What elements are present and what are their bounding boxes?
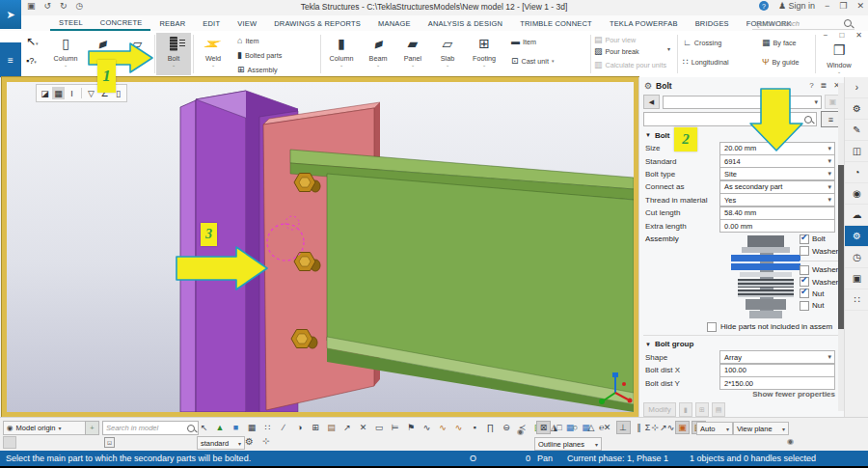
tab-analysis-design[interactable]: ANALYSIS & DESIGN: [420, 15, 511, 31]
snap-auto-dropdown[interactable]: Auto▾: [696, 422, 733, 435]
workplane-icon[interactable]: ▦: [52, 87, 65, 99]
panel-help-icon[interactable]: ?: [809, 81, 813, 90]
doc-minimize-icon[interactable]: −: [824, 31, 828, 40]
coordinate-tile[interactable]: [3, 436, 16, 449]
cloud-icon[interactable]: ☁: [845, 205, 868, 226]
tab-steel[interactable]: STEEL: [50, 15, 92, 31]
select-views-icon[interactable]: ▭: [372, 421, 387, 434]
tab-manage[interactable]: MANAGE: [369, 15, 420, 31]
field-extra-length[interactable]: 0.00 mm: [719, 219, 835, 233]
field-bolt-dist-x[interactable]: 100.00: [719, 364, 835, 377]
section-bolt[interactable]: ▼ Bolt: [639, 128, 845, 142]
select-fittings-icon[interactable]: ⊨: [388, 421, 402, 434]
add-coordinate-button[interactable]: +: [85, 421, 99, 435]
snap-endpoint-icon[interactable]: □: [553, 421, 567, 434]
item-button[interactable]: ⌂Item: [237, 36, 258, 45]
weld-button[interactable]: ⚡ Weld⌄: [196, 33, 231, 75]
ortho-indicator[interactable]: O: [470, 454, 476, 463]
by-face-button[interactable]: ▦By face: [762, 38, 797, 47]
property-search-input[interactable]: [643, 112, 817, 126]
snap-plane-icon[interactable]: ▣: [675, 421, 690, 434]
panel-pin-icon[interactable]: ≣: [821, 81, 827, 90]
tekla-online-icon[interactable]: ◉: [845, 183, 868, 205]
select-cursor-tool[interactable]: ↖▾: [26, 35, 39, 48]
doc-restore-icon[interactable]: □: [839, 31, 844, 40]
pan-indicator[interactable]: Pan: [537, 454, 553, 463]
bolt-button[interactable]: Bolt⌄: [156, 33, 191, 75]
select-window-icon[interactable]: ▦: [245, 421, 259, 434]
field-connect-as[interactable]: As secondary part: [719, 180, 835, 194]
concrete-beam-button[interactable]: ▰ Beam⌄: [361, 33, 395, 75]
menu-hamburger-icon[interactable]: ≡: [0, 42, 21, 77]
snap-intersection-icon[interactable]: ✕: [600, 421, 614, 434]
select-rebar-group-icon[interactable]: ∿: [436, 421, 450, 434]
select-surfaces-icon[interactable]: ▪: [468, 421, 482, 434]
learning-icon[interactable]: ✎: [845, 120, 868, 141]
outline-planes-dropdown[interactable]: Outline planes▾: [534, 437, 602, 451]
field-standard[interactable]: 6914: [719, 154, 835, 168]
help-icon[interactable]: ?: [759, 1, 769, 11]
concrete-item-button[interactable]: ▬Item: [511, 37, 536, 46]
tab-rebar[interactable]: REBAR: [150, 15, 194, 31]
notifications-bell-icon[interactable]: ◔: [845, 162, 868, 183]
select-grids-icon[interactable]: ⊞: [309, 421, 323, 434]
expand-pane-icon[interactable]: ›: [845, 77, 868, 98]
assembly-button[interactable]: ⊞Assembly: [237, 65, 278, 74]
snap-points-icon[interactable]: ⊠: [536, 421, 551, 434]
select-objects-icon[interactable]: ◑: [292, 421, 307, 434]
field-shape[interactable]: Array: [719, 350, 835, 364]
longitudinal-button[interactable]: ∷Longitudinal: [683, 57, 729, 67]
field-size[interactable]: 20.00 mm: [719, 142, 835, 155]
select-rebar-icon[interactable]: ∿: [420, 421, 434, 434]
select-planes-icon[interactable]: ⊖: [500, 421, 514, 434]
status-check-icon[interactable]: ◷: [845, 247, 868, 268]
show-fewer-properties-link[interactable]: Show fewer properties: [639, 390, 845, 401]
select-gridlines-icon[interactable]: ▤: [324, 421, 339, 434]
beam-mode-icon[interactable]: I: [66, 87, 78, 99]
snap-override-icon[interactable]: ⊹: [262, 436, 270, 446]
panel-button[interactable]: ▰ Panel⌄: [395, 33, 430, 75]
back-button[interactable]: ◀: [643, 95, 660, 109]
cast-unit-button[interactable]: ⊡Cast unit ▾: [511, 56, 554, 66]
selection-filter-dropdown[interactable]: standard▾: [197, 436, 245, 450]
components-icon[interactable]: ▣: [845, 268, 868, 289]
footing-button[interactable]: ⊞ Footing⌄: [465, 33, 503, 75]
collaboration-icon[interactable]: ◫: [845, 141, 868, 162]
select-parts-icon[interactable]: ▲: [213, 421, 228, 434]
pour-dropdown-icon[interactable]: ▾: [667, 45, 670, 52]
search-scope-icon[interactable]: ⊡: [104, 437, 115, 448]
organizer-icon[interactable]: ∷: [845, 289, 868, 311]
select-components-icon[interactable]: ■: [229, 421, 243, 434]
snap-any-icon[interactable]: ↗: [657, 421, 671, 434]
select-cuts-icon[interactable]: ✕: [356, 421, 370, 434]
field-bolt-dist-y[interactable]: 2*150.00: [719, 376, 835, 390]
field-cut-length[interactable]: 58.40 mm: [719, 206, 835, 220]
select-rebar-set-icon[interactable]: ∿: [451, 421, 466, 434]
sign-in-button[interactable]: ♟ Sign in: [778, 1, 815, 11]
doc-close-icon[interactable]: ✕: [855, 31, 862, 40]
select-points-icon[interactable]: ∷: [260, 421, 275, 434]
tab-tekla-powerfab[interactable]: TEKLA POWERFAB: [601, 15, 687, 31]
inquiry-tool[interactable]: ▪?▾: [26, 56, 37, 66]
model-viewport[interactable]: ◪▦I▽∠▯: [2, 77, 638, 417]
section-bolt-group[interactable]: ▼ Bolt group: [639, 338, 845, 351]
applications-icon[interactable]: ⚙: [845, 98, 868, 120]
snap-perpendicular-icon[interactable]: ⊥: [616, 421, 631, 434]
tab-view[interactable]: VIEW: [229, 15, 265, 31]
tab-trimble-connect[interactable]: TRIMBLE CONNECT: [511, 15, 601, 31]
select-lines-icon[interactable]: ∕: [277, 421, 291, 434]
snap-center-icon[interactable]: ○: [568, 421, 583, 434]
close-button[interactable]: ✕: [856, 1, 864, 11]
tekla-logo-icon[interactable]: ➤: [0, 0, 21, 29]
profile-combo[interactable]: [663, 96, 822, 109]
select-loads-icon[interactable]: ∏: [483, 421, 498, 434]
column-button[interactable]: ▯ Column⌄: [48, 33, 83, 75]
tab-edit[interactable]: EDIT: [194, 15, 229, 31]
field-thread-in-material[interactable]: Yes: [719, 193, 835, 206]
snap-free-icon[interactable]: Σ: [640, 421, 655, 434]
view-plane-dropdown[interactable]: View plane▾: [733, 422, 789, 435]
select-welds-icon[interactable]: ↗: [340, 421, 355, 434]
by-guide-button[interactable]: ΨBy guide: [762, 57, 800, 67]
maximize-button[interactable]: ❐: [839, 1, 847, 11]
modify-button[interactable]: Modify: [643, 402, 676, 417]
